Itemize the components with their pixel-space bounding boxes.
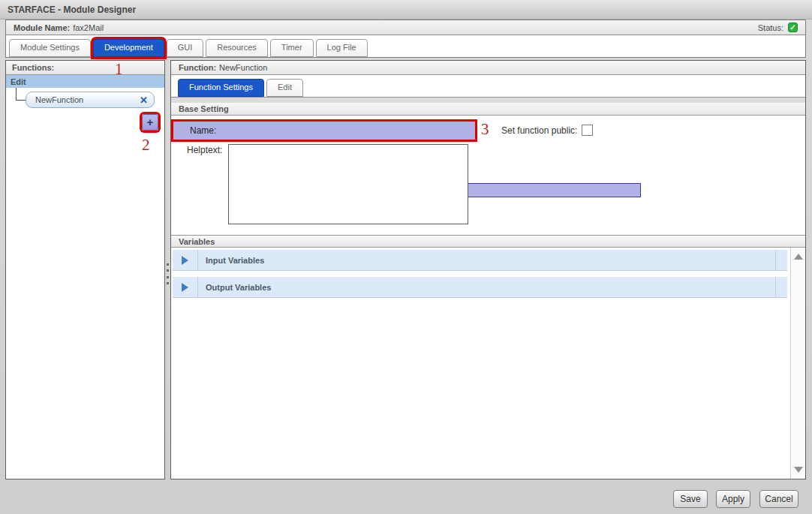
input-variables-row[interactable]: Input Variables [173, 250, 787, 271]
apply-button[interactable]: Apply [716, 490, 750, 508]
output-variables-label: Output Variables [198, 277, 775, 297]
panel-splitter-handle[interactable] [166, 263, 170, 284]
tab-resources[interactable]: Resources [206, 39, 268, 57]
helptext-textarea[interactable] [228, 144, 468, 224]
function-header-value: NewFunction [219, 63, 267, 72]
helptext-label: Helptext: [187, 145, 222, 155]
separator [171, 97, 805, 103]
variables-scroll-area: Input Variables Output Variables [171, 248, 805, 479]
row-end-cell [775, 277, 787, 297]
plus-icon: + [147, 116, 154, 128]
tree-item-newfunction[interactable]: NewFunction ✕ [26, 92, 155, 108]
module-name-label: Module Name: [14, 23, 70, 32]
function-header-label: Function: [179, 63, 216, 72]
input-variables-expand-toggle[interactable] [173, 250, 198, 270]
cancel-button[interactable]: Cancel [759, 490, 798, 508]
output-variables-expand-toggle[interactable] [173, 277, 198, 297]
tab-module-settings[interactable]: Module Settings [9, 39, 91, 57]
set-function-public-checkbox[interactable] [582, 125, 593, 136]
close-icon[interactable]: ✕ [140, 95, 148, 105]
vertical-scrollbar[interactable] [790, 248, 805, 479]
add-function-button[interactable]: + [142, 114, 158, 131]
top-frame: Module Name: fax2Mail Status: ✓ Module S… [5, 20, 806, 58]
tree-item-label: NewFunction [35, 95, 140, 104]
function-name-row: Name: [173, 122, 475, 140]
scroll-down-icon[interactable] [794, 467, 803, 473]
status-label: Status: [758, 23, 783, 32]
scroll-up-icon[interactable] [794, 254, 803, 260]
window-titlebar: STARFACE - Module Designer [0, 0, 812, 20]
tree-connector-line [16, 88, 17, 101]
base-setting-header: Base Setting [171, 103, 805, 116]
module-name-value: fax2Mail [73, 23, 104, 32]
function-tab-bar: Function Settings Edit [171, 75, 805, 97]
functions-panel-header: Functions: [6, 61, 164, 75]
annotation-step-1: 1 [115, 60, 123, 79]
function-panel-header: Function: NewFunction [171, 61, 805, 75]
set-function-public-label: Set function public: [501, 125, 577, 136]
tab-log-file[interactable]: Log File [316, 39, 368, 57]
name-label: Name: [190, 125, 216, 136]
chevron-right-icon [182, 283, 188, 292]
tab-function-settings[interactable]: Function Settings [178, 79, 264, 97]
row-end-cell [775, 250, 787, 270]
functions-panel: Functions: Edit NewFunction ✕ + [5, 60, 165, 479]
tab-function-edit[interactable]: Edit [266, 79, 303, 97]
chevron-right-icon [182, 256, 188, 265]
variables-header: Variables [171, 235, 805, 248]
window-title: STARFACE - Module Designer [8, 5, 136, 15]
tab-gui[interactable]: GUI [167, 39, 204, 57]
annotation-step-3: 3 [481, 120, 489, 139]
tree-root-edit[interactable]: Edit [6, 75, 164, 88]
tree-connector-line [16, 100, 26, 101]
status-ok-icon: ✓ [788, 23, 798, 32]
save-button[interactable]: Save [673, 490, 708, 508]
tab-timer[interactable]: Timer [270, 39, 314, 57]
output-variables-row[interactable]: Output Variables [173, 277, 787, 298]
tab-development[interactable]: Development [93, 39, 164, 57]
module-name-bar: Module Name: fax2Mail Status: ✓ [6, 20, 805, 35]
input-variables-label: Input Variables [198, 250, 775, 270]
main-tab-bar: Module Settings Development GUI Resource… [6, 35, 805, 57]
annotation-step-2: 2 [142, 136, 150, 155]
